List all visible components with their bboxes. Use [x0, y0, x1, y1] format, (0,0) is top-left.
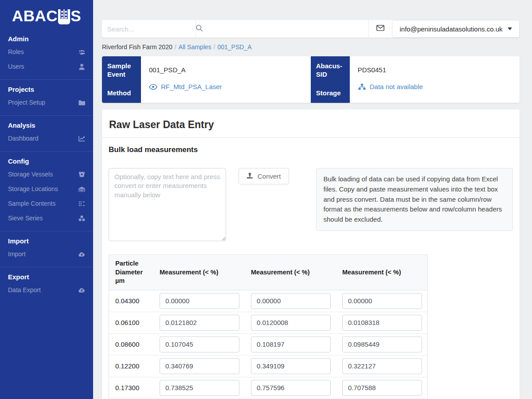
measurement-input[interactable] [342, 380, 422, 396]
table-row: 0.12200 [109, 355, 428, 377]
sitemap-icon [358, 84, 366, 90]
sidebar-item-dashboard[interactable]: Dashboard [8, 133, 85, 144]
measurement-input[interactable] [251, 336, 331, 352]
sidebar-section-admin: AdminRolesUsers [0, 29, 93, 79]
search-input[interactable] [107, 25, 196, 33]
method-link-label: RF_Mtd_PSA_Laser [161, 83, 222, 90]
vessel-icon [78, 171, 85, 178]
sidebar-item-storage-locations[interactable]: Storage Locations [8, 184, 85, 194]
sample-event-label: Sample Event [102, 56, 141, 83]
bulk-paste-textarea[interactable] [109, 168, 226, 241]
cloud-download-icon [78, 287, 85, 293]
measurement-input[interactable] [160, 336, 239, 352]
storage-link[interactable]: Data not available [358, 83, 423, 90]
method-link[interactable]: RF_Mtd_PSA_Laser [149, 83, 222, 90]
measurements-table: Particle Diameter µmMeasurement (< %)Mea… [109, 254, 428, 399]
breadcrumb-item-riverford-fish-farm-2020: Riverford Fish Farm 2020 [102, 43, 172, 51]
sidebar-item-project-setup[interactable]: Project Setup [8, 97, 85, 108]
sidebar-item-data-export[interactable]: Data Export [8, 285, 85, 295]
folder-icon [78, 99, 85, 106]
breadcrumb-item-all-samples[interactable]: All Samples [179, 43, 211, 51]
table-row: 0.08600 [109, 333, 428, 355]
sidebar-section-config: ConfigStorage VesselsStorage LocationsSa… [0, 151, 93, 231]
search-box [102, 20, 196, 38]
measurement-input[interactable] [160, 293, 239, 309]
raw-laser-data-panel: Raw Laser Data Entry Bulk load measureme… [102, 110, 520, 399]
sidebar-item-label: Dashboard [8, 135, 39, 142]
sidebar-item-label: Sample Contents [8, 200, 55, 207]
measurement-cell [245, 312, 336, 333]
measurement-input[interactable] [251, 380, 331, 396]
measurement-cell [245, 377, 336, 399]
mail-icon [376, 25, 384, 33]
cubes-icon [78, 215, 85, 222]
column-header-measurement: Measurement (< %) [153, 255, 245, 290]
measurement-input[interactable] [251, 358, 331, 374]
upload-icon [246, 172, 253, 180]
sidebar-section-title: Import [8, 237, 85, 245]
account-menu-button[interactable]: info@peninsuladatasolutions.co.uk [392, 20, 519, 38]
measurement-cell [336, 312, 428, 333]
measurement-cell [153, 333, 245, 355]
sidebar-sections: AdminRolesUsersProjectsProject SetupAnal… [0, 29, 93, 303]
messages-button[interactable] [368, 20, 392, 38]
panel-body: Bulk load measurements Convert Bulk load… [102, 138, 520, 399]
measurement-input[interactable] [251, 315, 331, 331]
header-row: Particle Diameter µmMeasurement (< %)Mea… [109, 255, 428, 290]
sidebar: ABAC S AdminRolesUsersProjectsProject Se… [0, 0, 93, 399]
bulk-load-row: Convert Bulk loading of data can be used… [109, 168, 513, 241]
sidebar-item-sieve-series[interactable]: Sieve Series [8, 213, 85, 223]
measurement-cell [245, 333, 336, 355]
sidebar-section-title: Admin [8, 35, 85, 43]
measurement-input[interactable] [160, 358, 239, 374]
app-logo: ABAC S [0, 0, 93, 29]
method-label: Method [102, 83, 141, 103]
storage-link-label: Data not available [370, 83, 423, 90]
particle-diameter-value: 0.12200 [109, 355, 154, 377]
measurement-input[interactable] [251, 293, 331, 309]
sidebar-item-import[interactable]: Import [8, 249, 85, 259]
sidebar-item-storage-vessels[interactable]: Storage Vessels [8, 169, 85, 180]
sidebar-item-label: Storage Locations [8, 185, 58, 192]
measurement-cell [153, 290, 245, 312]
sidebar-item-sample-contents[interactable]: Sample Contents [8, 198, 85, 209]
sidebar-section-export: ExportData Export [0, 267, 93, 303]
measurement-cell [245, 355, 336, 377]
convert-button-label: Convert [258, 172, 281, 180]
sidebar-item-roles[interactable]: Roles [8, 47, 85, 57]
measurement-input[interactable] [342, 336, 422, 352]
sidebar-section-analysis: AnalysisDashboard [0, 115, 93, 151]
sidebar-section-title: Export [8, 273, 85, 281]
abacus-sid-value: PDS0451 [350, 56, 520, 83]
abacus-u-glyph [58, 9, 70, 24]
measurements-table-body: 0.043000.061000.086000.122000.173000.244… [109, 290, 428, 399]
measurement-input[interactable] [342, 358, 422, 374]
dots-grid-icon [78, 200, 85, 207]
sidebar-section-import: ImportImport [0, 231, 93, 267]
sample-card-values: 001_PSD_A RF_Mtd_PSA_Laser [141, 56, 311, 103]
sidebar-item-label: Import [8, 250, 26, 258]
sample-info-cards: Sample Event Method 001_PSD_A RF_Mtd_PSA… [102, 56, 520, 103]
convert-button[interactable]: Convert [239, 168, 289, 184]
measurement-input[interactable] [342, 315, 422, 331]
measurement-input[interactable] [160, 380, 239, 396]
page: ABAC S AdminRolesUsersProjectsProject Se… [0, 0, 532, 399]
particle-diameter-value: 0.08600 [109, 333, 154, 355]
sidebar-item-users[interactable]: Users [8, 61, 85, 72]
sample-card-labels: Sample Event Method [102, 56, 141, 103]
measurement-input[interactable] [342, 293, 422, 309]
topbar-spacer [196, 20, 368, 38]
table-row: 0.06100 [109, 312, 428, 333]
sidebar-item-label: Project Setup [8, 99, 45, 106]
bulk-load-heading: Bulk load measurements [109, 145, 513, 154]
breadcrumb-item-001-psd-a[interactable]: 001_PSD_A [217, 43, 251, 51]
particle-diameter-value: 0.06100 [109, 312, 154, 333]
sidebar-item-label: Roles [8, 48, 24, 55]
eye-icon [149, 84, 157, 90]
measurement-cell [336, 290, 428, 312]
measurement-input[interactable] [160, 315, 239, 331]
measurements-table-head: Particle Diameter µmMeasurement (< %)Mea… [109, 255, 428, 290]
sidebar-section-projects: ProjectsProject Setup [0, 79, 93, 115]
account-email: info@peninsuladatasolutions.co.uk [399, 25, 502, 33]
table-row: 0.04300 [109, 290, 428, 312]
